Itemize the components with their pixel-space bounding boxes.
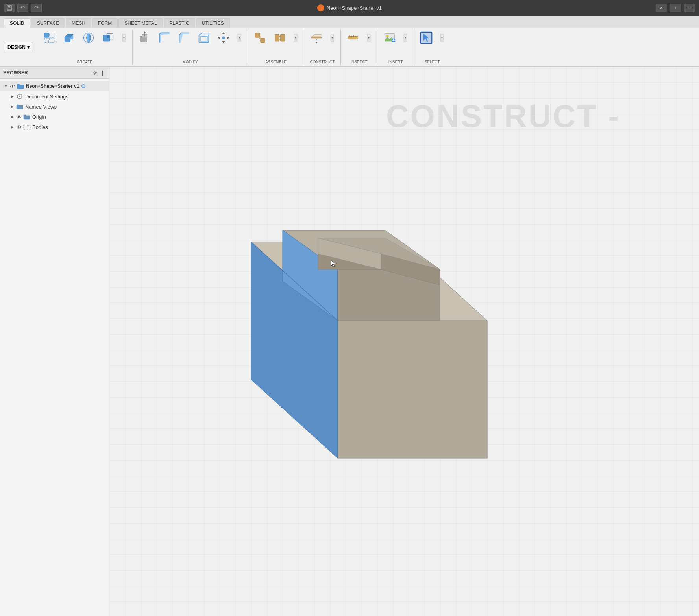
svg-point-60 [18,116,20,118]
svg-rect-27 [255,33,260,37]
bodies-eye-icon[interactable] [16,124,22,130]
named-views-label: Named Views [25,104,57,110]
svg-rect-20 [200,36,207,41]
tree-item-root[interactable]: ▼ Neon+Shape+Starter v1 [0,81,109,91]
measure-button[interactable] [344,30,362,46]
assemble-buttons [251,30,301,46]
origin-eye-icon[interactable] [16,114,22,120]
move-copy-button[interactable] [215,30,233,46]
construct-buttons [307,30,337,46]
extrude-button[interactable] [60,30,78,46]
bodies-label: Bodies [32,124,48,130]
select-tool-icon [419,31,433,45]
insert-more-icon [402,31,409,45]
create-more-icon [121,31,127,45]
fillet-button[interactable] [155,30,174,46]
modify-buttons [136,30,244,46]
svg-rect-32 [281,34,285,41]
undo-button[interactable] [17,4,28,12]
ribbon: SOLID SURFACE MESH FORM SHEET METAL PLAS… [0,16,699,67]
revolve-button[interactable] [80,30,98,46]
inspect-more-button[interactable] [364,30,374,46]
browser-title: BROWSER [3,70,28,76]
modify-group-label: MODIFY [183,60,198,65]
menu-button[interactable]: ≡ [684,4,695,12]
toolbar: DESIGN ▾ [0,28,699,66]
rigid-group-button[interactable] [271,30,289,46]
tab-sheet-metal[interactable]: SHEET METAL [118,18,163,28]
svg-point-56 [94,72,96,74]
svg-rect-5 [44,38,49,42]
named-views-icon [16,103,24,111]
chamfer-button[interactable] [175,30,193,46]
offset-plane-button[interactable] [307,30,325,46]
root-eye-icon[interactable] [9,83,16,89]
root-folder-icon [17,82,24,90]
tab-solid[interactable]: SOLID [4,18,30,28]
tree-item-bodies[interactable]: ▶ Bodies [0,122,109,132]
close-button[interactable]: × [656,4,667,12]
tab-mesh[interactable]: MESH [66,18,91,28]
group-assemble: ASSEMBLE [248,30,304,65]
tree-item-origin[interactable]: ▶ Origin [0,112,109,122]
rigid-group-icon [273,31,287,45]
svg-rect-13 [107,35,109,37]
select-group-label: SELECT [425,60,440,65]
svg-marker-18 [144,31,146,33]
create-group-label: CREATE [77,60,92,65]
chamfer-icon [177,31,191,45]
insert-image-button[interactable] [381,30,399,46]
svg-point-25 [222,36,225,39]
svg-marker-38 [315,42,317,43]
root-arrow: ▼ [3,83,9,89]
tab-form[interactable]: FORM [92,18,118,28]
svg-rect-7 [65,37,70,42]
combine-button[interactable] [99,30,117,46]
svg-rect-16 [142,34,147,38]
inspect-buttons [344,30,374,46]
bodies-icon [23,123,31,131]
tab-utilities[interactable]: UTILITIES [196,18,230,28]
svg-point-47 [386,35,388,37]
tree-item-document-settings[interactable]: ▶ Document Settings [0,91,109,101]
svg-rect-4 [50,33,54,37]
new-component-button[interactable] [40,30,58,46]
insert-buttons [381,30,411,46]
browser-settings-button[interactable] [92,70,98,76]
insert-more-button[interactable] [400,30,411,46]
svg-marker-62 [338,321,487,458]
select-more-icon [439,31,445,45]
tab-surface[interactable]: SURFACE [31,18,65,28]
select-tool-button[interactable] [417,30,435,46]
combine-icon [101,31,115,45]
construct-more-button[interactable] [327,30,337,46]
app-icon [317,4,324,11]
design-dropdown[interactable]: DESIGN ▾ [4,42,33,52]
assemble-group-label: ASSEMBLE [265,60,287,65]
group-insert: INSERT [377,30,414,65]
shell-button[interactable] [195,30,213,46]
svg-rect-28 [261,38,265,42]
create-more-button[interactable] [119,30,129,46]
push-pull-button[interactable] [136,30,154,46]
svg-marker-22 [222,41,225,43]
viewport[interactable]: CONSTRUCT - [109,67,699,616]
tab-plastic[interactable]: PLASTIC [164,18,195,28]
new-tab-button[interactable]: + [670,4,681,12]
redo-button[interactable] [31,4,42,12]
select-buttons [417,30,447,46]
save-button[interactable] [4,4,15,12]
select-more-button[interactable] [437,30,447,46]
new-component-icon [42,31,56,45]
svg-rect-2 [8,8,11,10]
browser-tree: ▼ Neon+Shape+Starter v1 ▶ [0,79,109,135]
joint-button[interactable] [251,30,269,46]
group-inspect: INSPECT [341,30,377,65]
modify-more-button[interactable] [234,30,244,46]
doc-settings-icon [16,92,24,100]
construct-more-icon [329,31,335,45]
assemble-more-button[interactable] [290,30,301,46]
revolve-icon [81,31,96,45]
browser-pin-button[interactable]: | [100,70,106,76]
tree-item-named-views[interactable]: ▶ Named Views [0,101,109,112]
